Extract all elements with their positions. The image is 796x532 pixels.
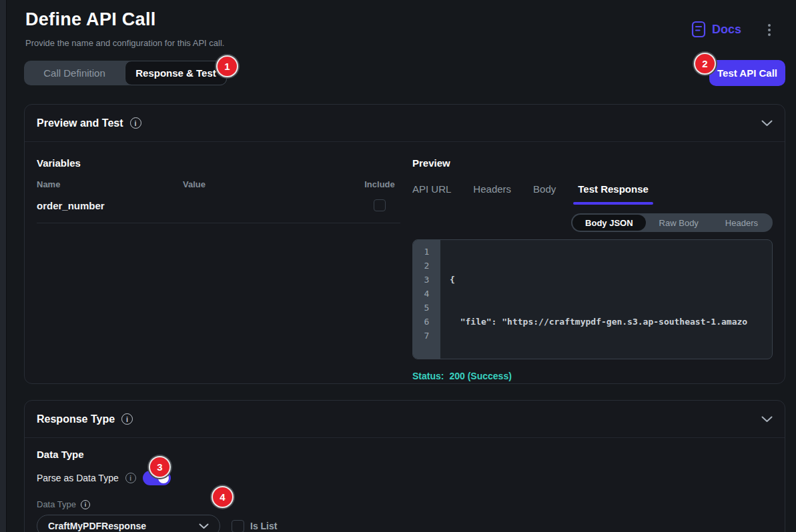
info-icon[interactable]: i [125, 473, 136, 483]
preview-tab-headers[interactable]: Headers [473, 183, 511, 196]
variables-section: Variables Name Value Include order_numbe… [37, 154, 400, 381]
response-status: Status: 200 (Success) [412, 371, 773, 381]
docs-link[interactable]: Docs [691, 20, 741, 39]
variable-name: order_number [37, 200, 183, 211]
include-checkbox[interactable] [374, 199, 386, 211]
left-panel-edge [0, 0, 7, 532]
code-line-numbers: 1 2 3 4 5 6 7 [413, 240, 440, 359]
variables-title: Variables [37, 157, 400, 169]
preview-tab-test-response[interactable]: Test Response [578, 183, 649, 196]
response-type-title: Response Type [37, 413, 115, 425]
response-code-viewer[interactable]: 1 2 3 4 5 6 7 { "file": "https://craftmy… [412, 239, 773, 359]
is-list-checkbox[interactable] [232, 520, 244, 532]
preview-and-test-title: Preview and Test [37, 117, 123, 129]
collapse-chevron-icon[interactable] [761, 416, 773, 423]
response-type-card: Response Type i Data Type Parse as Data … [24, 400, 785, 532]
status-label: Status: [412, 371, 444, 381]
preview-section: Preview API URL Headers Body Test Respon… [412, 154, 773, 381]
docs-label: Docs [712, 23, 741, 37]
row-divider [37, 223, 400, 223]
status-value: 200 (Success) [449, 371, 511, 381]
response-type-header: Response Type i [25, 401, 785, 438]
preview-and-test-header: Preview and Test i [25, 105, 785, 142]
preview-title: Preview [412, 157, 773, 169]
subtab-raw-body[interactable]: Raw Body [646, 215, 712, 231]
code-content: { "file": "https://craftmypdf-gen.s3.ap-… [440, 240, 772, 359]
is-list-label: Is List [250, 521, 277, 531]
column-header-include: Include [359, 179, 400, 189]
code-line: { [450, 273, 772, 287]
kebab-menu-icon[interactable] [761, 22, 777, 38]
info-icon[interactable]: i [121, 413, 133, 425]
page-title: Define API Call [25, 9, 156, 30]
tab-call-definition[interactable]: Call Definition [24, 61, 125, 85]
column-header-value: Value [183, 179, 359, 189]
annotation-step-2: 2 [694, 53, 716, 75]
preview-and-test-card: Preview and Test i Variables Name Value … [24, 104, 785, 384]
preview-tab-api-url[interactable]: API URL [412, 183, 451, 196]
data-type-dropdown-value: CraftMyPDFResponse [48, 521, 199, 531]
data-type-field-label: Data Type [37, 499, 76, 509]
info-icon[interactable]: i [81, 500, 90, 509]
docs-icon [691, 21, 706, 38]
data-type-dropdown[interactable]: CraftMyPDFResponse [37, 515, 220, 532]
chevron-down-icon [199, 523, 209, 529]
tab-response-and-test[interactable]: Response & Test [125, 61, 227, 85]
code-line: "transaction_ref": "6a038a0f-3857-4586-8… [450, 357, 772, 359]
variable-row: order_number [37, 199, 400, 211]
main-tab-group: Call Definition Response & Test [24, 61, 227, 85]
annotation-step-4: 4 [212, 486, 234, 508]
page-subtitle: Provide the name and configuration for t… [25, 38, 224, 48]
subtab-body-json[interactable]: Body JSON [572, 215, 646, 231]
response-subtab-group: Body JSON Raw Body Headers [571, 213, 773, 232]
annotation-step-3: 3 [149, 456, 171, 478]
annotation-step-1: 1 [216, 55, 238, 77]
code-line: "file": "https://craftmypdf-gen.s3.ap-so… [450, 315, 772, 329]
column-header-name: Name [37, 179, 183, 189]
variables-column-headers: Name Value Include [37, 179, 400, 189]
preview-tab-body[interactable]: Body [533, 183, 556, 196]
data-type-heading: Data Type [37, 449, 773, 460]
subtab-headers[interactable]: Headers [712, 215, 771, 231]
test-api-call-button[interactable]: Test API Call [709, 60, 785, 86]
collapse-chevron-icon[interactable] [761, 120, 773, 127]
info-icon[interactable]: i [130, 117, 141, 129]
preview-tab-bar: API URL Headers Body Test Response [412, 183, 773, 196]
parse-as-data-type-label: Parse as Data Type [37, 473, 119, 483]
